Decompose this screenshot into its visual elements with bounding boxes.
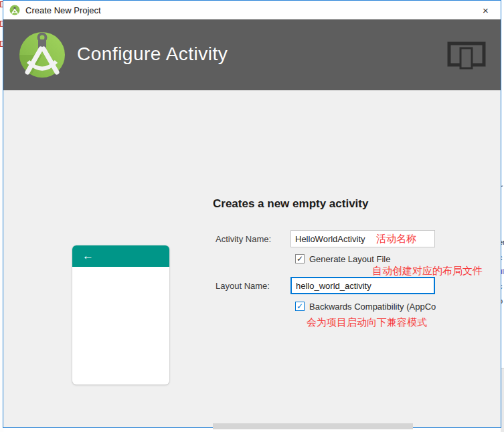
close-icon: × — [483, 5, 489, 16]
window-title: Create New Project — [25, 5, 101, 15]
close-button[interactable]: × — [471, 1, 501, 19]
checkmark-icon: ✓ — [297, 255, 303, 263]
activity-preview-card: ← — [72, 245, 169, 385]
create-new-project-dialog: Create New Project × Configure Activity — [3, 0, 501, 428]
generate-layout-label[interactable]: Generate Layout File — [309, 254, 390, 264]
wizard-step-title: Configure Activity — [77, 43, 228, 65]
generate-layout-annotation: 自动创建对应的布局文件 — [372, 265, 483, 278]
android-studio-logo-icon — [18, 30, 66, 78]
page-title: Creates a new empty activity — [213, 197, 368, 211]
progress-bar — [213, 423, 413, 429]
checkmark-icon: ✓ — [297, 302, 303, 310]
backwards-compat-label[interactable]: Backwards Compatibility (AppCo — [309, 302, 436, 312]
layout-name-label: Layout Name: — [216, 281, 270, 291]
activity-name-label: Activity Name: — [216, 234, 271, 244]
android-studio-icon — [9, 5, 20, 15]
activity-name-annotation: 活动名称 — [376, 233, 416, 245]
wizard-banner: Configure Activity — [3, 19, 501, 90]
activity-preview-appbar: ← — [72, 245, 169, 267]
wizard-content: Creates a new empty activity ← Activity … — [3, 90, 501, 427]
tablet-phone-icon — [447, 41, 489, 74]
backwards-compat-checkbox[interactable]: ✓ — [295, 302, 305, 311]
back-arrow-icon: ← — [82, 249, 94, 263]
generate-layout-checkbox[interactable]: ✓ — [295, 254, 305, 263]
title-bar[interactable]: Create New Project — [3, 1, 501, 19]
backwards-compat-annotation: 会为项目启动向下兼容模式 — [307, 316, 427, 329]
layout-name-input[interactable] — [290, 277, 435, 294]
